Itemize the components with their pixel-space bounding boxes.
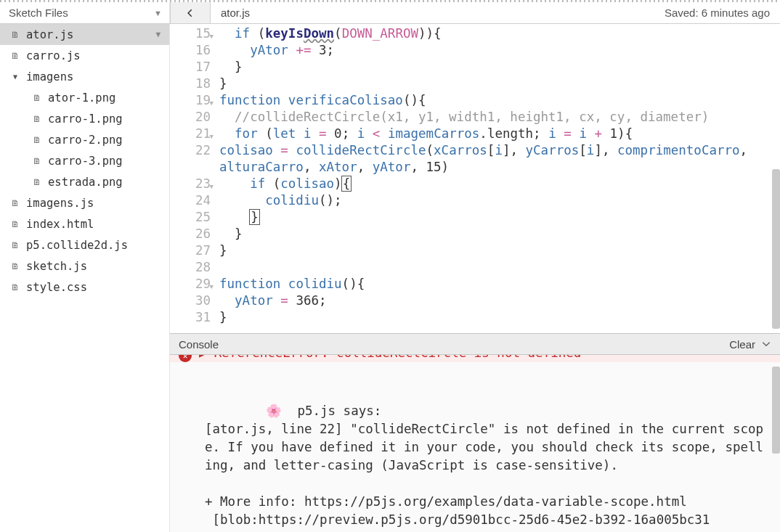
file-name: p5.collide2d.js <box>26 239 128 252</box>
file-name: sketch.js <box>26 260 87 273</box>
sketch-files-label: Sketch Files <box>9 7 68 19</box>
file-style-css[interactable]: 🗎style.css <box>0 277 169 298</box>
file-ator-js[interactable]: 🗎ator.js▼ <box>0 24 169 45</box>
file-icon: 🗎 <box>32 177 42 187</box>
error-icon: ✕ <box>179 355 192 362</box>
file-icon: 🗎 <box>10 30 20 40</box>
console-more-link[interactable]: + More info: https://p5js.org/examples/d… <box>205 494 687 509</box>
file-name: carro-1.png <box>48 112 123 126</box>
file-p5-collide2d-js[interactable]: 🗎p5.collide2d.js <box>0 234 169 255</box>
file-estrada-png[interactable]: 🗎estrada.png <box>0 171 169 192</box>
file-icon: 🗎 <box>10 240 20 250</box>
file-imagens-js[interactable]: 🗎imagens.js <box>0 192 169 213</box>
file-sidebar: 🗎ator.js▼🗎carro.js▼imagens🗎ator-1.png🗎ca… <box>0 24 170 532</box>
flower-icon: 🌸 <box>266 404 282 418</box>
file-carro-3-png[interactable]: 🗎carro-3.png <box>0 150 169 171</box>
console-error-row[interactable]: ✕ ▶ ReferenceError: collideRectCircle is… <box>170 355 780 362</box>
file-icon: 🗎 <box>10 51 20 61</box>
console-header: Console Clear <box>170 333 780 355</box>
file-name: imagens.js <box>26 197 94 210</box>
file-name: estrada.png <box>48 176 123 189</box>
sketch-files-dropdown[interactable]: Sketch Files ▼ <box>0 2 170 23</box>
file-icon: 🗎 <box>32 114 42 124</box>
file-sketch-js[interactable]: 🗎sketch.js <box>0 255 169 277</box>
back-button[interactable] <box>170 2 211 23</box>
editor-scrollbar[interactable] <box>772 169 780 329</box>
top-bar: Sketch Files ▼ ator.js Saved: 6 minutes … <box>0 2 780 24</box>
file-icon: 🗎 <box>32 135 42 145</box>
file-name: index.html <box>26 218 94 231</box>
file-carro-1-png[interactable]: 🗎carro-1.png <box>0 108 169 129</box>
clear-label: Clear <box>729 338 755 351</box>
file-name: imagens <box>26 70 73 83</box>
console-blob-line: [blob:https://preview.p5js.org/d5901bcc-… <box>213 512 710 527</box>
console-message: 🌸 p5.js says: [ator.js, line 22] "collid… <box>170 362 780 529</box>
code-editor[interactable]: 15▼16171819▼2021▼2223▼242526272829▼3031 … <box>170 24 780 333</box>
file-ator-1-png[interactable]: 🗎ator-1.png <box>0 87 169 108</box>
file-name: style.css <box>26 281 87 294</box>
file-name: carro-2.png <box>48 134 123 147</box>
file-icon: 🗎 <box>32 156 42 166</box>
error-text: ReferenceError: collideRectCircle is not… <box>214 355 582 362</box>
chevron-down-icon: ▼ <box>154 9 162 17</box>
file-carro-2-png[interactable]: 🗎carro-2.png <box>0 129 169 150</box>
console-title: Console <box>179 338 219 351</box>
code-content[interactable]: if (keyIsDown(DOWN_ARROW)){ yAtor += 3; … <box>215 24 780 333</box>
file-menu-icon[interactable]: ▼ <box>155 30 161 39</box>
folder-open-icon: ▼ <box>10 73 20 81</box>
error-caret-icon: ▶ <box>199 355 207 362</box>
chevron-down-icon <box>761 339 771 349</box>
file-name: ator-1.png <box>48 91 115 105</box>
file-carro-js[interactable]: 🗎carro.js <box>0 45 169 66</box>
file-name: carro-3.png <box>48 155 123 168</box>
chevron-left-icon <box>185 8 195 18</box>
console-scrollbar[interactable] <box>772 367 780 454</box>
file-name: ator.js <box>26 28 73 41</box>
file-icon: 🗎 <box>10 198 20 208</box>
console-clear-button[interactable]: Clear <box>729 338 771 351</box>
console-intro: p5.js says: <box>297 404 381 418</box>
file-icon: 🗎 <box>10 219 20 229</box>
file-name: carro.js <box>26 49 81 62</box>
folder-imagens[interactable]: ▼imagens <box>0 66 169 87</box>
file-index-html[interactable]: 🗎index.html <box>0 213 169 234</box>
current-file-tab[interactable]: ator.js <box>211 7 260 19</box>
file-icon: 🗎 <box>32 93 42 103</box>
file-icon: 🗎 <box>10 282 20 292</box>
console-body-text: [ator.js, line 22] "collideRectCircle" i… <box>205 422 763 472</box>
line-gutter: 15▼16171819▼2021▼2223▼242526272829▼3031 <box>170 24 215 333</box>
save-status: Saved: 6 minutes ago <box>665 7 780 19</box>
file-icon: 🗎 <box>10 261 20 271</box>
console-body[interactable]: ✕ ▶ ReferenceError: collideRectCircle is… <box>170 355 780 532</box>
